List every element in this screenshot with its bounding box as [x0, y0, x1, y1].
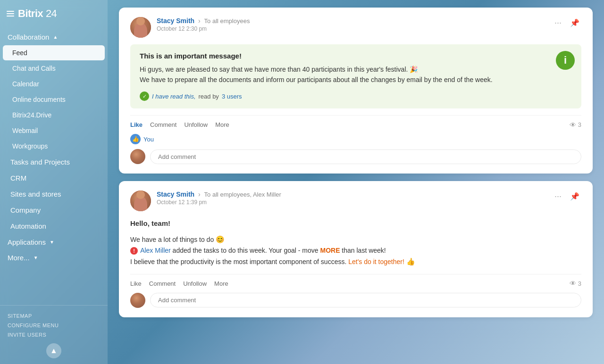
- more-button-2[interactable]: More: [214, 279, 228, 288]
- sitemap-link[interactable]: SITEMAP: [8, 311, 100, 321]
- comment-button-2[interactable]: Comment: [149, 279, 176, 288]
- comment-input-2[interactable]: [150, 293, 581, 307]
- post-body-2: Hello, team! We have a lot of things to …: [130, 218, 581, 267]
- cta-link[interactable]: Let's do it together!: [348, 258, 404, 265]
- post-author-info-1: Stacy Smith › To all employees October 1…: [130, 17, 250, 38]
- avatar-1: [130, 17, 151, 38]
- author-name-1[interactable]: Stacy Smith: [157, 17, 194, 25]
- important-text: Hi guys, we are pleased to say that we h…: [140, 65, 572, 85]
- sidebar: Bitrix 24 Collaboration ▲ Feed Chat and …: [0, 0, 108, 364]
- post-line-3-2: I believe that the productivity is the m…: [130, 256, 581, 267]
- eye-icon-2: 👁: [570, 280, 576, 287]
- more-button-1[interactable]: More: [215, 120, 229, 129]
- sidebar-header: Bitrix 24: [0, 0, 108, 27]
- thumbsup-emoji: 👍: [406, 257, 415, 265]
- post-time-2: October 12 1:39 pm: [157, 199, 281, 206]
- liked-name-1: You: [143, 136, 154, 143]
- sidebar-section-crm[interactable]: CRM: [3, 170, 105, 186]
- read-by-users-link[interactable]: 3 users: [222, 93, 242, 100]
- smile-emoji: 😊: [216, 235, 225, 243]
- automation-label: Automation: [10, 222, 46, 230]
- sidebar-nav: Collaboration ▲ Feed Chat and Calls Cale…: [0, 27, 108, 305]
- eye-icon-1: 👁: [570, 121, 576, 129]
- post-pin-button-1[interactable]: 📌: [568, 17, 581, 28]
- hamburger-menu-icon[interactable]: [7, 11, 14, 17]
- post-reactions-row-1: Like Comment Unfollow More 👁 3: [130, 120, 581, 129]
- drive-label: Bitrix24.Drive: [12, 111, 51, 119]
- post-footer-1: Like Comment Unfollow More 👁 3 👍 You: [130, 115, 581, 164]
- like-button-2[interactable]: Like: [130, 279, 142, 288]
- logo-name: Bitrix: [18, 8, 43, 19]
- chevron-down-more-icon: ▼: [34, 255, 38, 260]
- author-name-2[interactable]: Stacy Smith: [157, 190, 194, 198]
- sidebar-section-applications[interactable]: Applications ▼: [0, 234, 108, 250]
- read-this-link[interactable]: I have read this,: [152, 93, 196, 100]
- sidebar-item-online-docs[interactable]: Online documents: [3, 92, 105, 107]
- scroll-top-button[interactable]: ▲: [46, 343, 61, 358]
- comment-row-2: [130, 293, 581, 308]
- post-options-button-1[interactable]: ···: [552, 17, 564, 29]
- unfollow-button-2[interactable]: Unfollow: [183, 279, 207, 288]
- sidebar-item-drive[interactable]: Bitrix24.Drive: [3, 108, 105, 123]
- sidebar-section-company[interactable]: Company: [3, 202, 105, 218]
- author-name-line-1: Stacy Smith › To all employees: [157, 17, 250, 25]
- sidebar-item-feed[interactable]: Feed: [3, 45, 105, 60]
- post-footer-2: Like Comment Unfollow More 👁 3: [130, 274, 581, 308]
- like-thumb-icon-1: 👍: [130, 134, 141, 144]
- sidebar-section-collaboration[interactable]: Collaboration ▲: [0, 29, 108, 45]
- post-text-part-2: than last week!: [342, 247, 386, 254]
- applications-label: Applications: [8, 238, 46, 246]
- post-reactions-row-2: Like Comment Unfollow More 👁 3: [130, 279, 581, 288]
- like-button-1[interactable]: Like: [130, 120, 143, 129]
- sidebar-item-workgroups[interactable]: Workgroups: [3, 139, 105, 154]
- tasks-label: Tasks and Projects: [10, 158, 70, 166]
- configure-menu-link[interactable]: CONFIGURE MENU: [8, 321, 100, 330]
- post-header-2: Stacy Smith › To all employees, Alex Mil…: [130, 190, 581, 211]
- logo: Bitrix 24: [18, 8, 57, 20]
- post-pin-button-2[interactable]: 📌: [568, 191, 581, 202]
- sidebar-item-calendar[interactable]: Calendar: [3, 76, 105, 91]
- post-author-info-2: Stacy Smith › To all employees, Alex Mil…: [130, 190, 281, 211]
- company-label: Company: [10, 206, 41, 214]
- sidebar-section-automation[interactable]: Automation: [3, 218, 105, 234]
- avatar-silhouette-2: [134, 196, 147, 211]
- post-options-button-2[interactable]: ···: [552, 190, 564, 202]
- more-label: More...: [8, 254, 30, 262]
- author-meta-2: Stacy Smith › To all employees, Alex Mil…: [157, 190, 281, 206]
- post-time-1: October 12 2:30 pm: [157, 25, 250, 32]
- sites-label: Sites and stores: [10, 190, 61, 198]
- chat-calls-label: Chat and Calls: [12, 65, 56, 72]
- sidebar-section-more[interactable]: More... ▼: [0, 250, 108, 265]
- liked-by-1: 👍 You: [130, 134, 581, 144]
- commenter-avatar-2: [130, 293, 145, 308]
- separator-1: ›: [198, 17, 202, 25]
- avatar-image-1: [130, 17, 151, 38]
- collaboration-label: Collaboration: [8, 33, 49, 41]
- sidebar-item-webmail[interactable]: Webmail: [3, 123, 105, 138]
- separator-2: ›: [198, 190, 202, 198]
- warning-icon: !: [130, 247, 138, 255]
- sidebar-section-sites[interactable]: Sites and stores: [3, 186, 105, 202]
- post-recipient-1: To all employees: [204, 17, 250, 25]
- workgroups-label: Workgroups: [12, 142, 48, 150]
- invite-users-link[interactable]: INVITE USERS: [8, 330, 100, 339]
- views-number-2: 3: [578, 280, 581, 287]
- avatar-image-2: [130, 190, 151, 211]
- views-number-1: 3: [578, 121, 581, 128]
- sidebar-footer: SITEMAP CONFIGURE MENU INVITE USERS ▲: [0, 305, 108, 364]
- unfollow-button-1[interactable]: Unfollow: [184, 120, 208, 129]
- logo-version: 24: [46, 8, 57, 19]
- read-by-text: read by: [199, 93, 219, 100]
- alex-miller-mention[interactable]: Alex Miller: [140, 247, 171, 254]
- comment-input-1[interactable]: [150, 149, 581, 164]
- main-content: Stacy Smith › To all employees October 1…: [108, 0, 604, 364]
- chevron-down-icon: ▼: [50, 240, 54, 245]
- post-line-2-2: ! Alex Miller added the tasks to do this…: [130, 245, 581, 256]
- sidebar-item-chat-calls[interactable]: Chat and Calls: [3, 61, 105, 76]
- info-badge-icon: i: [556, 51, 575, 70]
- author-name-line-2: Stacy Smith › To all employees, Alex Mil…: [157, 190, 281, 198]
- comment-button-1[interactable]: Comment: [150, 120, 176, 129]
- sidebar-section-tasks[interactable]: Tasks and Projects: [3, 154, 105, 170]
- views-count-1: 👁 3: [570, 121, 581, 129]
- calendar-label: Calendar: [12, 80, 39, 88]
